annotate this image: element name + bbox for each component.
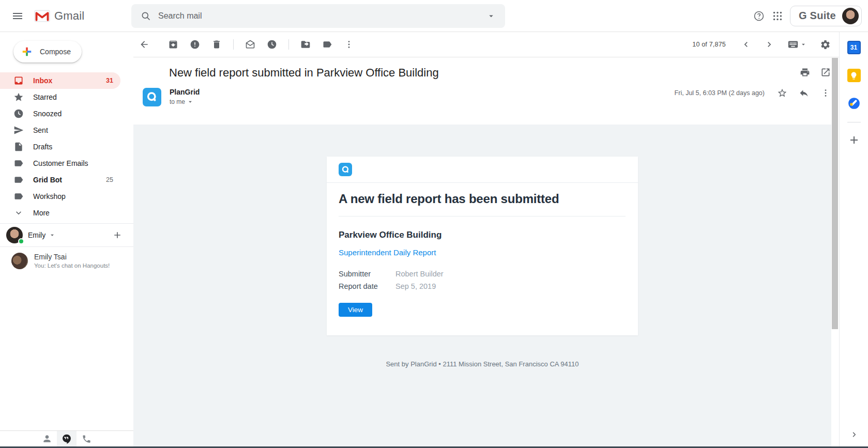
message-toolbar: 10 of 7,875: [133, 32, 839, 57]
gsuite-account-badge[interactable]: G Suite: [790, 6, 862, 26]
send-icon: [13, 125, 24, 135]
get-addons-icon[interactable]: [847, 133, 861, 147]
sidebar-footer-bar: [0, 430, 133, 446]
hide-panel-chevron-icon[interactable]: [849, 429, 859, 440]
sidebar-item-label: Sent: [33, 126, 48, 134]
compose-button[interactable]: Compose: [13, 41, 82, 63]
sidebar-item-label: Drafts: [33, 143, 52, 151]
hangouts-profile-row: Emily: [0, 223, 133, 247]
sidebar-item-more[interactable]: More: [0, 205, 120, 221]
caret-down-icon: [800, 41, 807, 48]
mark-unread-icon[interactable]: [245, 39, 255, 50]
sidebar-item-sent[interactable]: Sent: [0, 122, 120, 138]
report-link[interactable]: Superintendent Daily Report: [339, 248, 626, 257]
sender-name: PlanGrid: [170, 88, 200, 96]
label-icon: [13, 175, 24, 185]
labels-icon[interactable]: [322, 39, 332, 50]
scrollbar-track[interactable]: [831, 57, 839, 448]
gmail-brand: Gmail: [34, 9, 84, 23]
tasks-icon[interactable]: [847, 97, 861, 110]
search-bar[interactable]: [131, 4, 505, 28]
main-menu-icon[interactable]: [11, 10, 24, 22]
message-more-icon[interactable]: [820, 88, 831, 98]
keep-icon[interactable]: [847, 69, 861, 82]
email-date: Fri, Jul 5, 6:03 PM (2 days ago): [675, 89, 765, 97]
snooze-icon[interactable]: [267, 39, 277, 50]
contacts-tab[interactable]: [37, 431, 57, 446]
scrollbar-thumb[interactable]: [832, 58, 838, 329]
view-report-button[interactable]: View: [339, 303, 372, 317]
calendar-icon[interactable]: 31: [847, 41, 861, 54]
sender-avatar[interactable]: [143, 88, 161, 106]
gmail-app-window: Gmail: [0, 0, 868, 448]
field-label: Submitter: [339, 268, 395, 280]
notification-card: A new field report has been submitted Pa…: [327, 157, 638, 335]
compose-label: Compose: [40, 48, 71, 56]
folder-nav: Inbox 31 Starred Snoozed: [0, 72, 133, 221]
archive-icon[interactable]: [168, 39, 178, 50]
compose-plus-icon: [21, 46, 33, 57]
star-outline-icon[interactable]: [777, 88, 787, 98]
hangouts-conversation[interactable]: Emily Tsai You: Let's chat on Hangouts!: [0, 247, 133, 269]
hangouts-icon: [62, 434, 72, 444]
email-body: A new field report has been submitted Pa…: [133, 125, 831, 448]
search-icon[interactable]: [141, 11, 151, 21]
input-tools-button[interactable]: [787, 39, 807, 50]
person-icon: [42, 434, 52, 444]
back-to-inbox-icon[interactable]: [139, 39, 149, 50]
older-chevron-icon[interactable]: [764, 39, 774, 50]
sidebar-item-drafts[interactable]: Drafts: [0, 138, 120, 155]
new-conversation-icon[interactable]: [112, 229, 123, 241]
more-actions-icon[interactable]: [344, 39, 354, 50]
left-sidebar: Compose Inbox 31 Starred S: [0, 32, 133, 448]
newer-chevron-icon[interactable]: [741, 39, 751, 50]
profile-avatar[interactable]: [6, 227, 23, 243]
sidebar-item-label: Starred: [33, 93, 57, 101]
online-status-dot: [18, 238, 24, 244]
subject-row: New field report submitted in Parkview O…: [169, 66, 831, 80]
settings-gear-icon[interactable]: [820, 39, 831, 50]
file-icon: [13, 142, 24, 152]
top-bar: Gmail: [0, 0, 868, 32]
toolbar-divider: [233, 39, 234, 50]
profile-name[interactable]: Emily: [28, 231, 45, 239]
field-label: Report date: [339, 280, 395, 292]
delete-icon[interactable]: [211, 39, 222, 50]
sidebar-item-customer-emails[interactable]: Customer Emails: [0, 155, 120, 172]
card-header: [327, 157, 638, 183]
recipient-label: to me: [170, 98, 185, 105]
panel-divider: [847, 122, 861, 122]
report-fields: Submitter Robert Builder Report date Sep…: [339, 268, 626, 292]
toolbar-divider: [288, 39, 289, 50]
sidebar-item-label: Grid Bot: [33, 176, 62, 184]
sidebar-item-label: Inbox: [33, 76, 52, 85]
keyboard-icon: [787, 39, 799, 50]
sidebar-item-label: Workshop: [33, 192, 66, 200]
sidebar-item-workshop[interactable]: Workshop: [0, 188, 120, 205]
reply-icon[interactable]: [799, 88, 809, 98]
email-footer-text: Sent by PlanGrid • 2111 Mission Street, …: [133, 360, 831, 368]
message-preview: You: Let's chat on Hangouts!: [34, 262, 110, 269]
sidebar-item-snoozed[interactable]: Snoozed: [0, 105, 120, 122]
report-spam-icon[interactable]: [190, 39, 200, 50]
profile-caret-icon[interactable]: [49, 231, 56, 239]
field-value: Robert Builder: [395, 268, 444, 280]
move-to-icon[interactable]: [300, 39, 311, 50]
sidebar-item-grid-bot[interactable]: Grid Bot 25: [0, 172, 120, 188]
chevron-down-icon: [13, 208, 24, 218]
phone-tab[interactable]: [77, 431, 96, 446]
search-input[interactable]: [158, 11, 486, 21]
calendar-day: 31: [850, 44, 857, 51]
gmail-logo-icon: [34, 10, 50, 22]
hangouts-tab[interactable]: [57, 431, 77, 446]
search-options-caret-icon[interactable]: [486, 11, 496, 21]
sidebar-item-inbox[interactable]: Inbox 31: [0, 72, 120, 89]
google-apps-grid-icon[interactable]: [771, 10, 784, 22]
help-icon[interactable]: [753, 10, 765, 22]
sidebar-item-starred[interactable]: Starred: [0, 89, 120, 105]
print-icon[interactable]: [800, 67, 810, 78]
open-in-new-icon[interactable]: [820, 67, 831, 78]
account-avatar[interactable]: [842, 8, 859, 24]
recipient-details-toggle[interactable]: to me: [170, 98, 200, 105]
pagination-status: 10 of 7,875: [692, 41, 726, 48]
